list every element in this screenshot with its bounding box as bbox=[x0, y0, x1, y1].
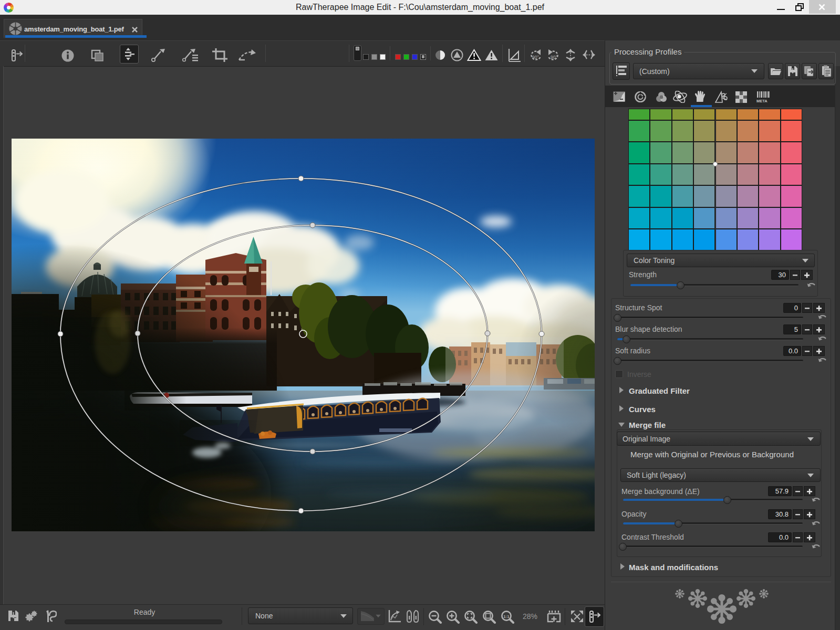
svg-text:90°: 90° bbox=[551, 55, 557, 60]
svg-text:1:1: 1:1 bbox=[503, 614, 510, 619]
svg-text:90°: 90° bbox=[532, 55, 539, 60]
svg-text:META: META bbox=[756, 99, 768, 103]
